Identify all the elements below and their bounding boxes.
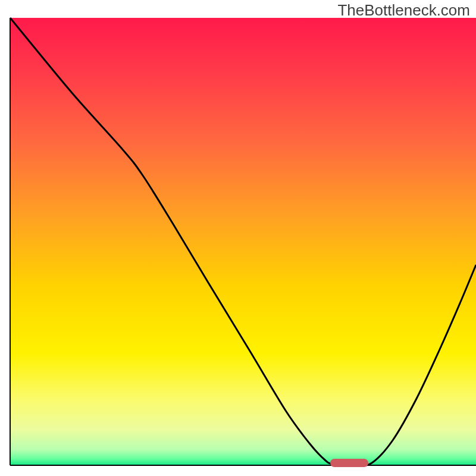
bottleneck-plot: [0, 0, 476, 476]
gradient-background: [10, 18, 476, 465]
chart-container: TheBottleneck.com: [0, 0, 476, 476]
optimal-marker: [330, 459, 368, 467]
